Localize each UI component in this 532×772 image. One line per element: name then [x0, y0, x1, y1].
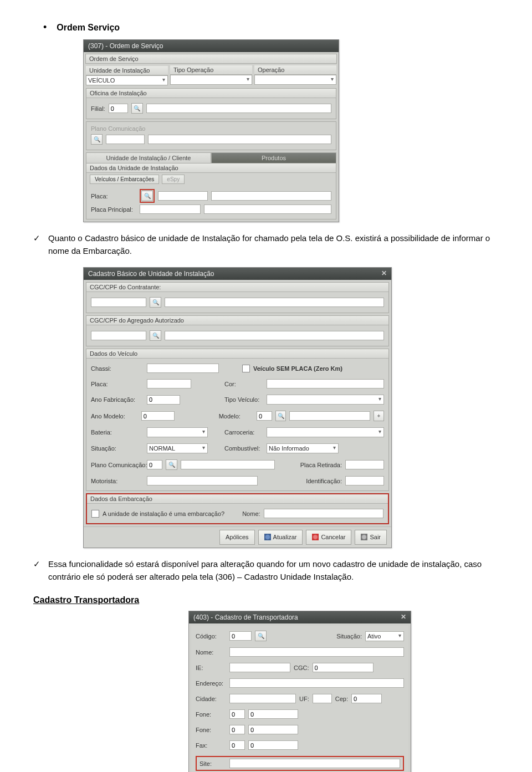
- label-nome-embarcacao: Nome:: [242, 510, 260, 517]
- input-ie[interactable]: [229, 663, 290, 672]
- search-icon[interactable]: 🔍: [166, 459, 177, 470]
- label-sem-placa: Veículo SEM PLACA (Zero Km): [253, 365, 342, 372]
- label-ano-modelo: Ano Modelo:: [91, 413, 138, 420]
- input-uf[interactable]: [313, 694, 332, 703]
- input-modelo-codigo[interactable]: [257, 411, 272, 421]
- input-chassi[interactable]: [147, 364, 219, 373]
- label-nome: Nome:: [196, 649, 226, 656]
- input-ano-fabricacao[interactable]: [147, 395, 180, 405]
- close-icon[interactable]: ✕: [380, 269, 388, 277]
- label-site: Site:: [200, 760, 226, 767]
- input-cgc[interactable]: [313, 663, 374, 672]
- input-cgc-agregado-nome[interactable]: [165, 331, 384, 340]
- group-oficina: Oficina de Instalação: [86, 89, 336, 98]
- input-placa[interactable]: [158, 191, 208, 201]
- input-modelo-nome[interactable]: [289, 411, 370, 421]
- input-placa[interactable]: [147, 379, 191, 388]
- note-2: Essa funcionalidade só estará disponível…: [48, 558, 499, 583]
- select-tipo-veiculo[interactable]: [267, 395, 384, 405]
- apolices-button[interactable]: Apólices: [219, 530, 255, 545]
- label-modelo: Modelo:: [219, 413, 253, 420]
- input-cidade[interactable]: [229, 694, 296, 703]
- label-situacao: Situação:: [336, 633, 362, 640]
- cancelar-button[interactable]: Cancelar: [306, 530, 351, 545]
- label-pergunta-embarcacao: A unidade de instalação é uma embarcação…: [103, 510, 224, 517]
- input-cgc-contratante-nome[interactable]: [165, 298, 384, 307]
- col-operacao: Operação: [254, 65, 336, 75]
- input-fone1-ddd[interactable]: [229, 709, 245, 719]
- add-icon[interactable]: +: [374, 411, 384, 421]
- input-cgc-contratante[interactable]: [91, 298, 146, 307]
- window-cadastro-title: Cadastro Básico de Unidade de Instalação…: [84, 268, 391, 280]
- input-placa-desc[interactable]: [211, 191, 331, 201]
- label-cep: Cep:: [335, 696, 348, 702]
- input-cep[interactable]: [351, 694, 382, 703]
- input-placa-retirada[interactable]: [345, 460, 384, 469]
- tab-produtos[interactable]: Produtos: [211, 152, 336, 163]
- label-tipo-veiculo: Tipo Veículo:: [224, 396, 263, 403]
- input-site[interactable]: [229, 759, 400, 768]
- label-ano-fabricacao: Ano Fabricação:: [91, 396, 144, 403]
- label-carroceria: Carroceria:: [224, 429, 263, 436]
- subtab-veiculos[interactable]: Veículos / Embarcações: [90, 175, 159, 184]
- input-identificacao[interactable]: [345, 476, 384, 485]
- search-icon[interactable]: 🔍: [150, 330, 161, 341]
- search-icon[interactable]: 🔍: [275, 411, 286, 421]
- input-fone2-ddd[interactable]: [229, 725, 245, 734]
- select-carroceria[interactable]: [267, 427, 384, 437]
- select-combustivel[interactable]: Não Informado: [267, 443, 339, 453]
- group-dados-unidade: Dados da Unidade de Instalação: [86, 163, 336, 173]
- label-uf: UF:: [299, 696, 309, 702]
- input-fax-ddd[interactable]: [229, 740, 245, 750]
- label-placa: Placa:: [91, 193, 136, 200]
- input-filial[interactable]: [109, 104, 128, 113]
- close-icon[interactable]: ✕: [400, 613, 407, 621]
- label-codigo: Código:: [196, 633, 226, 640]
- input-cgc-agregado[interactable]: [91, 331, 146, 340]
- input-nome[interactable]: [229, 647, 404, 657]
- input-fone2-num[interactable]: [248, 725, 298, 734]
- select-operacao[interactable]: [254, 75, 336, 85]
- select-situacao[interactable]: Ativo: [365, 631, 404, 641]
- input-ano-modelo[interactable]: [141, 411, 175, 421]
- search-icon[interactable]: 🔍: [150, 297, 161, 308]
- search-icon[interactable]: 🔍: [255, 631, 267, 641]
- select-situacao[interactable]: NORMAL: [147, 443, 208, 453]
- label-cidade: Cidade:: [196, 696, 226, 702]
- atualizar-button[interactable]: Atualizar: [258, 530, 303, 545]
- input-plano-1[interactable]: [106, 135, 145, 144]
- label-placa-retirada: Placa Retirada:: [300, 462, 342, 468]
- input-plano-nome[interactable]: [181, 460, 275, 469]
- input-plano-codigo[interactable]: [147, 460, 162, 469]
- subtab-espy[interactable]: eSpy: [162, 175, 185, 184]
- search-icon[interactable]: 🔍: [131, 103, 143, 114]
- input-filial-nome[interactable]: [146, 104, 331, 113]
- select-tipo-operacao[interactable]: [170, 75, 252, 85]
- search-icon[interactable]: 🔍: [91, 134, 103, 145]
- input-nome-embarcacao[interactable]: [264, 509, 383, 518]
- input-fax-num[interactable]: [248, 740, 298, 750]
- input-fone1-num[interactable]: [248, 709, 298, 719]
- checkbox-embarcacao[interactable]: [91, 510, 99, 518]
- label-fone-1: Fone:: [196, 711, 226, 718]
- highlight-site-row: Site:: [196, 756, 404, 771]
- input-plano-2[interactable]: [148, 135, 331, 144]
- label-endereco: Endereço:: [196, 680, 226, 687]
- window-307-title: (307) - Ordem de Serviço: [84, 40, 339, 52]
- tab-unidade-cliente[interactable]: Unidade de Instalação / Cliente: [86, 152, 211, 163]
- col-tipo-operacao: Tipo Operação: [170, 65, 252, 75]
- input-endereco[interactable]: [229, 678, 404, 688]
- search-icon[interactable]: 🔍: [141, 191, 153, 201]
- label-fone-2: Fone:: [196, 727, 226, 733]
- col-unidade-instalacao: Unidade de Instalação: [86, 66, 168, 75]
- sair-button[interactable]: Sair: [355, 530, 387, 545]
- input-codigo[interactable]: [229, 631, 252, 641]
- input-cor[interactable]: [267, 379, 384, 388]
- checkbox-sem-placa[interactable]: [242, 365, 250, 372]
- label-identificacao: Identificação:: [306, 478, 342, 484]
- input-motorista[interactable]: [147, 476, 258, 485]
- input-placa-principal[interactable]: [140, 204, 201, 214]
- select-bateria[interactable]: [147, 427, 208, 437]
- input-placa-principal-desc[interactable]: [204, 204, 331, 214]
- select-unidade-instalacao[interactable]: VEÍCULO: [86, 75, 168, 85]
